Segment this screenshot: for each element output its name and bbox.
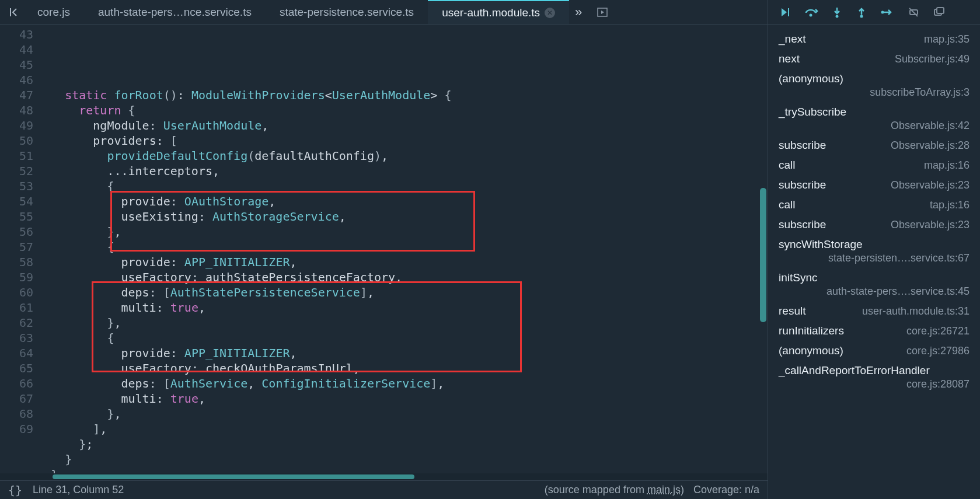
run-snippet-icon[interactable] [594, 6, 611, 18]
line-number[interactable]: 62 [0, 315, 33, 330]
code-line[interactable]: provide: APP_INITIALIZER, [44, 346, 768, 361]
stack-frame[interactable]: subscribeObservable.js:23 [768, 215, 980, 235]
code-line[interactable]: { [44, 239, 768, 254]
horizontal-scrollbar[interactable] [0, 473, 768, 480]
step-out-icon[interactable] [856, 6, 867, 19]
stack-frame-location[interactable]: Observable.js:42 [891, 120, 969, 132]
code-line[interactable]: multi: true, [44, 300, 768, 315]
call-stack-list[interactable]: _nextmap.js:35nextSubscriber.js:49(anony… [768, 25, 980, 499]
line-number[interactable]: 46 [0, 72, 33, 88]
file-tab-3[interactable]: user-auth.module.ts✕ [428, 0, 569, 25]
stack-frame-location[interactable]: Observable.js:28 [891, 139, 969, 152]
line-number[interactable]: 44 [0, 42, 33, 57]
settings-overflow-icon[interactable] [933, 6, 946, 19]
vertical-scrollbar[interactable] [760, 188, 766, 322]
more-tabs-icon[interactable]: » [569, 5, 588, 20]
navigate-back-icon[interactable] [6, 6, 23, 18]
code-line[interactable]: } [44, 452, 768, 467]
line-number[interactable]: 43 [0, 27, 33, 42]
stack-frame[interactable]: calltap.js:16 [768, 195, 980, 215]
code-line[interactable]: }, [44, 406, 768, 421]
stack-frame[interactable]: (anonymous)subscribeToArray.js:3 [768, 69, 980, 102]
line-number[interactable]: 55 [0, 209, 33, 224]
stack-frame-location[interactable]: user-auth.module.ts:31 [862, 305, 969, 317]
stack-frame-location[interactable]: Observable.js:23 [891, 219, 969, 231]
stack-frame[interactable]: syncWithStoragestate-persisten….service.… [768, 235, 980, 268]
stack-frame[interactable]: subscribeObservable.js:23 [768, 175, 980, 195]
code-line[interactable]: ...interceptors, [44, 163, 768, 179]
code-line[interactable]: { [44, 330, 768, 346]
line-number[interactable]: 63 [0, 330, 33, 346]
line-number[interactable]: 50 [0, 133, 33, 148]
step-icon[interactable] [880, 6, 894, 19]
line-number[interactable]: 51 [0, 148, 33, 163]
stack-frame[interactable]: callmap.js:16 [768, 155, 980, 175]
code-area[interactable]: 4344454647484950515253545556575859606162… [0, 25, 768, 473]
scrollbar-thumb[interactable] [53, 474, 414, 479]
deactivate-breakpoints-icon[interactable] [907, 6, 920, 19]
stack-frame[interactable]: subscribeObservable.js:28 [768, 135, 980, 155]
line-number[interactable]: 68 [0, 406, 33, 421]
code-line[interactable]: providers: [ [44, 133, 768, 148]
code-line[interactable]: ngModule: UserAuthModule, [44, 118, 768, 133]
code-line[interactable]: useExisting: AuthStorageService, [44, 209, 768, 224]
code-line[interactable]: } [44, 467, 768, 473]
code-content[interactable]: static forRoot(): ModuleWithProviders<Us… [44, 25, 768, 473]
stack-frame-location[interactable]: core.js:28087 [906, 378, 969, 390]
code-line[interactable]: }, [44, 224, 768, 239]
stack-frame[interactable]: (anonymous)core.js:27986 [768, 341, 980, 361]
line-number[interactable]: 67 [0, 391, 33, 406]
stack-frame-location[interactable]: Subscriber.js:49 [895, 53, 969, 65]
file-tab-1[interactable]: auth-state-pers…nce.service.ts [84, 0, 266, 25]
line-number[interactable]: 69 [0, 421, 33, 437]
code-line[interactable]: useFactory: authStatePersistenceFactory, [44, 270, 768, 285]
code-line[interactable]: ], [44, 421, 768, 437]
line-number[interactable]: 61 [0, 300, 33, 315]
stack-frame-location[interactable]: core.js:26721 [906, 325, 969, 337]
code-line[interactable]: provide: APP_INITIALIZER, [44, 254, 768, 270]
code-line[interactable]: deps: [AuthStatePersistenceService], [44, 285, 768, 300]
code-line[interactable]: }, [44, 315, 768, 330]
line-number[interactable]: 49 [0, 118, 33, 133]
stack-frame[interactable]: nextSubscriber.js:49 [768, 49, 980, 69]
stack-frame-location[interactable]: core.js:27986 [906, 345, 969, 357]
file-tab-2[interactable]: state-persistence.service.ts [266, 0, 428, 25]
line-number[interactable]: 48 [0, 103, 33, 118]
line-number[interactable]: 53 [0, 179, 33, 194]
close-icon[interactable]: ✕ [545, 8, 555, 18]
code-line[interactable]: static forRoot(): ModuleWithProviders<Us… [44, 88, 768, 103]
stack-frame-location[interactable]: Observable.js:23 [891, 179, 969, 191]
code-line[interactable]: useFactory: checkOAuthParamsInUrl, [44, 361, 768, 376]
line-number[interactable]: 47 [0, 88, 33, 103]
line-number[interactable]: 58 [0, 254, 33, 270]
line-number[interactable]: 45 [0, 57, 33, 72]
pretty-print-icon[interactable]: {} [8, 483, 22, 497]
stack-frame-location[interactable]: map.js:16 [924, 159, 969, 172]
stack-frame[interactable]: runInitializerscore.js:26721 [768, 321, 980, 341]
stack-frame-location[interactable]: tap.js:16 [930, 199, 969, 211]
line-number[interactable]: 54 [0, 194, 33, 209]
stack-frame[interactable]: resultuser-auth.module.ts:31 [768, 301, 980, 321]
file-tab-0[interactable]: core.js [23, 0, 84, 25]
stack-frame-location[interactable]: state-persisten….service.ts:67 [828, 252, 969, 264]
resume-icon[interactable] [779, 6, 791, 19]
step-into-icon[interactable] [831, 6, 843, 19]
code-line[interactable]: multi: true, [44, 391, 768, 406]
code-line[interactable]: { [44, 179, 768, 194]
code-line[interactable]: return { [44, 103, 768, 118]
stack-frame-location[interactable]: subscribeToArray.js:3 [870, 86, 969, 99]
stack-frame-location[interactable]: map.js:35 [924, 33, 969, 46]
stack-frame[interactable]: _trySubscribeObservable.js:42 [768, 102, 980, 135]
line-number[interactable]: 64 [0, 346, 33, 361]
source-map-file[interactable]: main.js [647, 484, 681, 495]
code-line[interactable]: provide: OAuthStorage, [44, 194, 768, 209]
line-number[interactable]: 59 [0, 270, 33, 285]
code-line[interactable]: provideDefaultConfig(defaultAuthConfig), [44, 148, 768, 163]
stack-frame-location[interactable]: auth-state-pers….service.ts:45 [826, 285, 969, 298]
stack-frame[interactable]: _nextmap.js:35 [768, 29, 980, 49]
line-number[interactable]: 52 [0, 163, 33, 179]
stack-frame[interactable]: initSyncauth-state-pers….service.ts:45 [768, 268, 980, 301]
code-line[interactable]: deps: [AuthService, ConfigInitializerSer… [44, 376, 768, 391]
line-number[interactable]: 66 [0, 376, 33, 391]
line-number[interactable]: 57 [0, 239, 33, 254]
